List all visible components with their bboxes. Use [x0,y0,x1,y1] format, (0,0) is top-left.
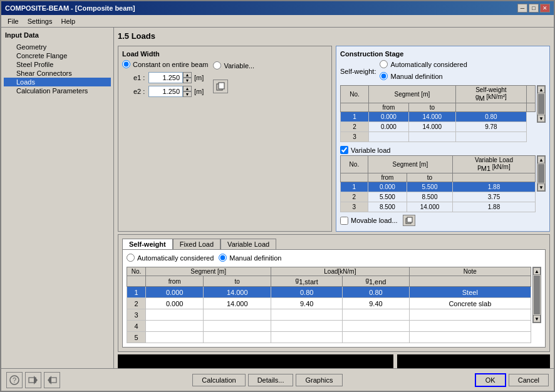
vl-col-pm1: Variable LoadpM1 [kN/m] [452,156,535,173]
e2-up-btn[interactable]: ▲ [183,86,192,91]
table-row[interactable]: 4 [127,321,531,332]
beam-preview-left [118,354,393,368]
tab-fixed-load[interactable]: Fixed Load [173,239,220,249]
comp-cell-no: 4 [127,321,146,332]
cs-cell-to: 14.000 [408,122,455,132]
variable-load-checkbox[interactable] [340,146,348,154]
close-button[interactable]: ✕ [540,4,550,13]
constant-label: Constant on entire beam [133,61,208,68]
comp-scroll-thumb [534,276,540,314]
back-icon-btn[interactable] [25,372,41,388]
graphics-button[interactable]: Graphics [296,374,342,386]
comp-cell-no: 5 [127,332,146,343]
cs-comp-auto-group: Automatically considered [127,254,214,262]
e1-spinbox-btns: ▲ ▼ [183,72,192,83]
load-copy-icon[interactable] [213,80,228,93]
cs-comp-manual-label: Manual definition [229,254,281,262]
menu-file[interactable]: File [4,16,23,26]
cs-cell-from [368,132,408,142]
menu-help[interactable]: Help [57,16,79,26]
cs-table-scrollbar[interactable]: ▲ ▼ [537,85,546,123]
construction-stage-panel: Construction Stage Self-weight: Automati… [336,46,550,232]
table-row[interactable]: 2 0.000 14.000 9.40 9.40 Concrete slab [127,298,531,309]
e2-label: e2 : [133,88,146,95]
e1-down-btn[interactable]: ▼ [183,78,192,83]
e2-unit: [m] [194,88,204,95]
table-row[interactable]: 3 [341,132,536,142]
comp-cell-to: 14.000 [204,298,271,309]
variable-load-section: Variable load No. Segment [m] Variab [340,146,546,226]
comp-cell-no: 2 [127,298,146,309]
sidebar-item-concrete-flange[interactable]: Concrete Flange [4,51,111,60]
cancel-button[interactable]: Cancel [509,374,549,386]
sidebar-item-loads[interactable]: Loads [4,78,111,86]
maximize-button[interactable]: □ [529,4,539,13]
comp-sub-note [409,276,531,287]
cs-sub-no [341,103,369,112]
comp-cell-from: 0.000 [146,298,204,309]
footer-left: ? [6,372,60,388]
e2-down-btn[interactable]: ▼ [183,91,192,97]
cs-manual-radio[interactable] [380,72,388,80]
cs-auto-radio[interactable] [380,60,388,68]
vl-col-no: No. [341,156,368,173]
sidebar-item-calculation-params[interactable]: Calculation Parameters [4,86,111,95]
e1-up-btn[interactable]: ▲ [183,72,192,78]
table-row[interactable]: 2 0.000 14.000 9.78 [341,122,536,132]
load-width-title: Load Width [122,50,328,58]
table-row[interactable]: 3 8.500 14.000 1.88 [341,202,536,212]
table-row[interactable]: 3 [127,309,531,321]
menu-bar: File Settings Help [1,15,554,28]
menu-settings[interactable]: Settings [24,16,56,26]
sidebar-item-shear-connectors[interactable]: Shear Connectors [4,69,111,78]
comp-cell-gstart: 0.80 [271,287,343,298]
vl-scroll-up[interactable]: ▲ [537,156,545,163]
e2-row: e2 : ▲ ▼ [m] [133,86,208,97]
help-icon-btn[interactable]: ? [6,372,23,388]
cs-scroll-thumb [538,94,544,114]
table-row[interactable]: 1 0.000 14.000 0.80 [341,112,536,122]
table-row[interactable]: 1 0.000 5.500 1.88 [341,182,536,192]
table-row[interactable]: 5 [127,332,531,343]
vl-cell-from: 5.500 [368,192,407,202]
table-row[interactable]: 2 5.500 8.500 3.75 [341,192,536,202]
comp-scroll-down[interactable]: ▼ [533,315,541,322]
vl-sub-no [341,173,368,182]
constant-radio[interactable] [122,60,130,68]
comp-cell-to: 14.000 [204,287,271,298]
cs-comp-manual-radio[interactable] [219,254,227,262]
cs-scroll-up[interactable]: ▲ [537,86,545,93]
self-weight-label: Self-weight: [340,68,376,75]
vl-cell-to: 14.000 [407,202,452,212]
movable-load-icon[interactable] [403,215,415,226]
minimize-button[interactable]: ─ [517,4,527,13]
e1-input[interactable] [148,72,183,83]
sidebar-item-geometry[interactable]: Geometry [4,43,111,51]
comp-sub-gstart: g1,start [271,276,343,287]
comp-scroll-up[interactable]: ▲ [533,267,541,275]
composite-tab-content: Automatically considered Manual definiti… [122,249,546,348]
forward-icon-btn[interactable] [44,372,60,388]
e2-input[interactable] [148,86,183,97]
tab-self-weight[interactable]: Self-weight [122,239,173,249]
comp-cell-gstart: 9.40 [271,298,343,309]
cs-comp-auto-radio[interactable] [127,254,135,262]
vl-table-scrollbar[interactable]: ▲ ▼ [537,155,546,192]
details-button[interactable]: Details... [248,374,294,386]
comp-cell-gend: 0.80 [343,287,409,298]
cs-cell-from: 0.000 [368,112,408,122]
calculation-button[interactable]: Calculation [192,374,245,386]
ok-button[interactable]: OK [475,373,506,387]
sidebar-item-steel-profile[interactable]: Steel Profile [4,60,111,69]
cs-scroll-down[interactable]: ▼ [537,115,545,122]
movable-load-checkbox[interactable] [340,217,348,225]
vl-cell-pm1: 1.88 [452,182,535,192]
comp-table-scrollbar[interactable]: ▲ ▼ [532,267,541,323]
tab-variable-load[interactable]: Variable Load [220,239,276,249]
svg-marker-25 [34,376,38,384]
vl-sub-to: to [407,173,452,182]
vl-scroll-down[interactable]: ▼ [537,183,545,191]
variable-radio[interactable] [213,61,221,70]
table-row[interactable]: 1 0.000 14.000 0.80 0.80 Steel [127,287,531,298]
comp-col-segment: Segment [m] [146,267,271,276]
